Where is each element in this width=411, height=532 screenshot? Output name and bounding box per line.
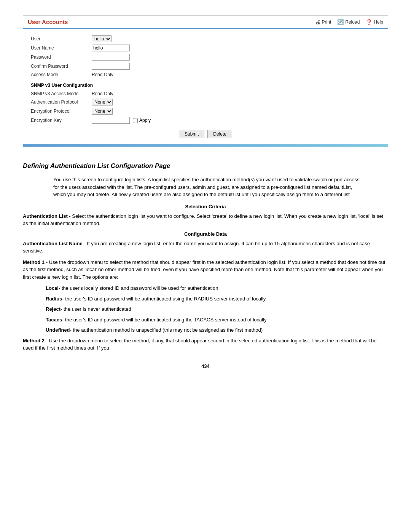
reload-icon: 🔄 [337,19,344,25]
undefined-bold: Undefined [46,327,70,333]
auth-list-para: Authentication List - Select the authent… [23,212,388,227]
method1-bold: Method 1 [23,259,45,265]
reject-bold: Reject [46,306,61,312]
access-mode-row: Access Mode Read Only [31,72,380,77]
reject-text: - the user is never authenticated [61,306,131,312]
auth-protocol-select[interactable]: None MD5 SHA [92,99,113,105]
print-button[interactable]: 🖨 Print [315,19,331,25]
password-label: Password [31,54,92,60]
snmp-access-mode-label: SNMP v3 Access Mode [31,91,92,96]
auth-protocol-row: Authentication Protocol None MD5 SHA [31,99,380,105]
apply-checkbox-group: Apply [133,118,151,123]
user-select[interactable]: hello [92,35,112,42]
reject-para: Reject- the user is never authenticated [46,305,365,313]
panel-footer [23,144,388,147]
password-input[interactable] [92,54,130,61]
panel-actions: 🖨 Print 🔄 Reload ❓ Help [315,19,383,25]
undefined-para: Undefined- the authentication method is … [46,326,365,334]
user-label: User [31,36,92,42]
snmp-access-mode-value: Read Only [92,91,113,96]
local-text: - the user's locally stored ID and passw… [59,285,218,291]
print-label: Print [322,19,331,25]
method2-bold: Method 2 [23,338,45,343]
enc-protocol-row: Encryption Protocol None DES AES [31,108,380,115]
panel-body: User hello User Name Password Confirm Pa… [23,29,388,144]
confirm-password-label: Confirm Password [31,64,92,69]
method2-text: - Use the dropdown menu to select the me… [23,338,377,351]
enc-key-row: Encryption Key Apply [31,117,380,124]
method2-para: Method 2 - Use the dropdown menu to sele… [23,337,388,352]
apply-checkbox[interactable] [133,118,138,123]
snmp-section-title: SNMP v3 User Configuration [31,83,380,88]
password-row: Password [31,54,380,61]
method1-text: - Use the dropdown menu to select the me… [23,259,385,280]
help-button[interactable]: ❓ Help [366,19,383,25]
submit-button[interactable]: Submit [179,130,204,138]
configurable-data-heading: Configurable Data [23,231,388,237]
tacacs-bold: Tacacs [46,317,62,323]
username-label: User Name [31,45,92,51]
page-number: 434 [23,363,388,369]
auth-list-bold: Authentication List [23,213,68,219]
auth-list-text: - Select the authentication login list y… [23,213,383,227]
tacacs-para: Tacacs- the user's ID and password will … [46,316,365,324]
apply-label: Apply [139,118,151,123]
panel-header: User Accounts 🖨 Print 🔄 Reload ❓ Help [23,16,388,29]
local-para: Local- the user's locally stored ID and … [46,284,365,292]
panel-title: User Accounts [28,19,68,25]
access-mode-label: Access Mode [31,72,92,77]
auth-list-name-bold: Authentication List Name [23,241,83,246]
description-text: You use this screen to configure login l… [53,176,365,198]
enc-key-input-group: Apply [92,117,151,124]
radius-text: - the user's ID and password will be aut… [62,296,266,302]
enc-protocol-label: Encryption Protocol [31,109,92,114]
help-icon: ❓ [366,19,372,25]
access-mode-value: Read Only [92,72,113,77]
confirm-password-row: Confirm Password [31,63,380,70]
tacacs-text: - the user's ID and password will be aut… [62,317,266,323]
user-row: User hello [31,35,380,42]
reload-button[interactable]: 🔄 Reload [337,19,360,25]
username-input[interactable] [92,45,130,51]
main-content: Defining Authentication List Configurati… [23,162,388,369]
username-row: User Name [31,45,380,51]
auth-list-name-para: Authentication List Name - If you are cr… [23,240,388,255]
enc-key-input[interactable] [92,117,130,124]
page-title: Defining Authentication List Configurati… [23,162,388,170]
undefined-text: - the authentication method is unspecifi… [70,327,263,333]
auth-protocol-label: Authentication Protocol [31,99,92,105]
description-block: You use this screen to configure login l… [53,176,365,198]
radius-para: Radius- the user's ID and password will … [46,295,365,303]
delete-button[interactable]: Delete [207,130,232,138]
enc-key-label: Encryption Key [31,118,92,123]
radius-bold: Radius [46,296,62,302]
enc-protocol-select[interactable]: None DES AES [92,108,113,115]
confirm-password-input[interactable] [92,63,130,70]
reload-label: Reload [345,19,360,25]
selection-criteria-heading: Selection Criteria [23,204,388,209]
print-icon: 🖨 [315,19,320,25]
help-label: Help [374,19,383,25]
local-bold: Local [46,285,59,291]
method1-para: Method 1 - Use the dropdown menu to sele… [23,259,388,281]
user-accounts-panel: User Accounts 🖨 Print 🔄 Reload ❓ Help Us… [23,15,388,147]
form-buttons: Submit Delete [31,130,380,138]
snmp-access-mode-row: SNMP v3 Access Mode Read Only [31,91,380,96]
